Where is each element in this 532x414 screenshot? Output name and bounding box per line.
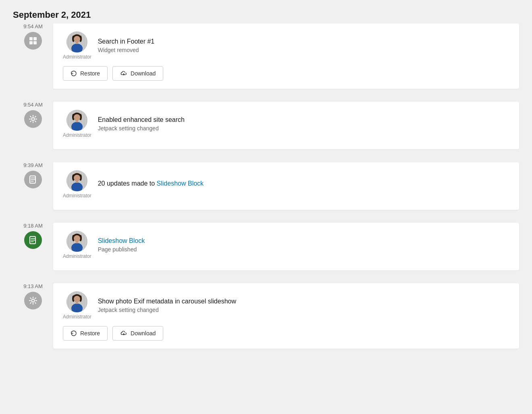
download-label: Download [131,330,156,337]
entry-card-3: Administrator 20 updates made to Slidesh… [53,162,519,210]
avatar-image [66,110,87,131]
entry-header-4: Administrator Slideshow BlockPage publis… [63,231,509,259]
svg-point-12 [74,36,80,42]
time-label-2: 9:54 AM [23,102,43,108]
download-label: Download [131,70,156,77]
entry-title-4: Slideshow Block [98,237,509,245]
time-label-5: 9:13 AM [23,283,43,289]
svg-point-57 [32,299,35,302]
svg-rect-41 [76,181,78,183]
download-button[interactable]: Download [112,326,163,341]
avatar: Administrator [63,231,91,259]
timeline-row-1: 9:54 AM Administrator Se [53,23,519,95]
svg-point-54 [74,235,80,242]
restore-button[interactable]: Restore [63,326,108,341]
svg-rect-3 [33,41,37,44]
restore-label: Restore [80,330,100,337]
entry-title-text: 20 updates made to [98,180,157,187]
username-label: Administrator [63,314,91,320]
entry-meta-5: Show photo Exif metadata in carousel sli… [98,298,509,313]
timeline-icon-settings-2 [24,110,42,128]
time-label-3: 9:39 AM [23,162,43,168]
restore-label: Restore [80,70,100,77]
restore-icon [71,70,77,77]
svg-point-66 [74,296,80,302]
time-label-1: 9:54 AM [23,23,43,29]
restore-icon [71,330,77,337]
entry-title-1: Search in Footer #1 [98,38,509,45]
entry-meta-2: Enabled enhanced site searchJetpack sett… [98,116,509,132]
timeline-icon-page-4 [24,231,42,249]
entry-card-2: Administrator Enabled enhanced site sear… [53,102,519,149]
time-label-4: 9:18 AM [23,223,43,229]
svg-rect-1 [33,37,37,40]
avatar-image [66,291,87,312]
timeline-side-1: 9:54 AM [13,23,53,50]
svg-point-24 [74,114,80,121]
entry-header-2: Administrator Enabled enhanced site sear… [63,110,509,138]
username-label: Administrator [63,253,91,259]
username-label: Administrator [63,193,91,199]
timeline-icon-settings-5 [24,292,42,309]
avatar-image [66,31,87,52]
entry-subtitle-1: Widget removed [98,47,509,53]
entry-title-5: Show photo Exif metadata in carousel sli… [98,298,509,305]
download-icon [120,70,127,77]
username-label: Administrator [63,54,91,60]
svg-rect-0 [29,37,33,40]
timeline-row-5: 9:13 AM Administrator Show photo Exif [53,283,519,355]
entry-title-3: 20 updates made to Slideshow Block [98,180,509,187]
download-button[interactable]: Download [112,66,163,81]
timeline-side-2: 9:54 AM [13,102,53,128]
entry-card-5: Administrator Show photo Exif metadata i… [53,283,519,349]
entry-meta-1: Search in Footer #1Widget removed [98,38,509,53]
entry-card-1: Administrator Search in Footer #1Widget … [53,23,519,89]
entry-subtitle-5: Jetpack setting changed [98,307,509,313]
download-icon [120,330,127,337]
entry-title-link[interactable]: Slideshow Block [157,180,204,187]
timeline: 9:54 AM Administrator Se [13,23,519,355]
username-label: Administrator [63,132,91,138]
timeline-side-3: 9:39 AM [13,162,53,188]
timeline-icon-widget-1 [24,32,42,50]
timeline-row-2: 9:54 AM Administrator Enabled enhanced [53,102,519,156]
timeline-row-3: 9:39 AM Administrator 20 [53,162,519,216]
page-date: September 2, 2021 [13,10,519,20]
avatar: Administrator [63,170,91,199]
page-container: September 2, 2021 9:54 AM [13,10,519,355]
entry-card-4: Administrator Slideshow BlockPage publis… [53,223,519,270]
avatar-image [66,170,87,191]
svg-point-39 [74,175,80,181]
timeline-row-4: 9:18 AM Administrator Sl [53,223,519,277]
entry-header-3: Administrator 20 updates made to Slidesh… [63,170,509,199]
svg-rect-56 [76,241,78,243]
entry-subtitle-2: Jetpack setting changed [98,125,509,132]
entry-header-1: Administrator Search in Footer #1Widget … [63,31,509,60]
entry-title-link[interactable]: Slideshow Block [98,237,145,244]
entry-actions-5: Restore Download [63,326,509,341]
svg-point-15 [32,118,35,121]
entry-meta-3: 20 updates made to Slideshow Block [98,180,509,189]
svg-rect-14 [76,42,78,44]
avatar-image [66,231,87,252]
entry-title-2: Enabled enhanced site search [98,116,509,123]
svg-rect-68 [76,302,78,304]
svg-rect-2 [29,41,33,44]
timeline-side-5: 9:13 AM [13,283,53,309]
restore-button[interactable]: Restore [63,66,108,81]
timeline-icon-page-3 [24,171,42,188]
entry-meta-4: Slideshow BlockPage published [98,237,509,253]
entry-actions-1: Restore Download [63,66,509,81]
timeline-side-4: 9:18 AM [13,223,53,249]
avatar: Administrator [63,291,91,320]
avatar: Administrator [63,31,91,60]
svg-rect-26 [76,120,78,122]
entry-subtitle-4: Page published [98,246,509,253]
entry-header-5: Administrator Show photo Exif metadata i… [63,291,509,320]
avatar: Administrator [63,110,91,138]
